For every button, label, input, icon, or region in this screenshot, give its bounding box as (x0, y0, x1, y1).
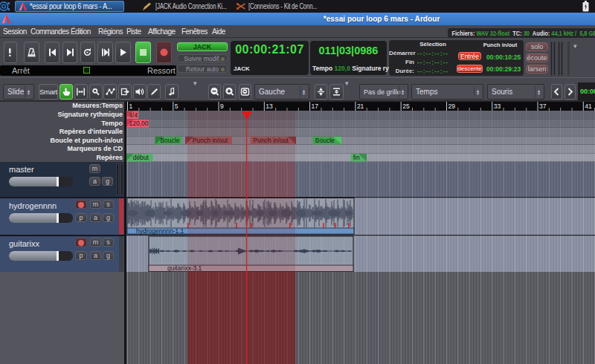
svg-text:Boucle: Boucle (160, 137, 179, 144)
svg-text:120,00: 120,00 (129, 120, 149, 127)
svg-text:hydrogennnn-1.1: hydrogennnn-1.1 (136, 227, 184, 235)
svg-text:13: 13 (266, 103, 273, 110)
svg-text:41: 41 (585, 103, 592, 110)
svg-text:fin: fin (353, 154, 360, 161)
svg-text:début: début (133, 154, 149, 161)
svg-text:29: 29 (448, 103, 455, 110)
svg-text:25: 25 (402, 103, 410, 110)
svg-text:17: 17 (312, 103, 319, 110)
svg-text:21: 21 (357, 103, 364, 110)
svg-text:9: 9 (220, 103, 224, 110)
svg-text:33: 33 (494, 103, 501, 110)
svg-text:Boucle: Boucle (315, 137, 335, 144)
svg-text:37: 37 (539, 103, 547, 110)
svg-text:1: 1 (129, 103, 133, 110)
svg-text:5: 5 (175, 103, 178, 110)
svg-text:4/4: 4/4 (129, 111, 138, 119)
